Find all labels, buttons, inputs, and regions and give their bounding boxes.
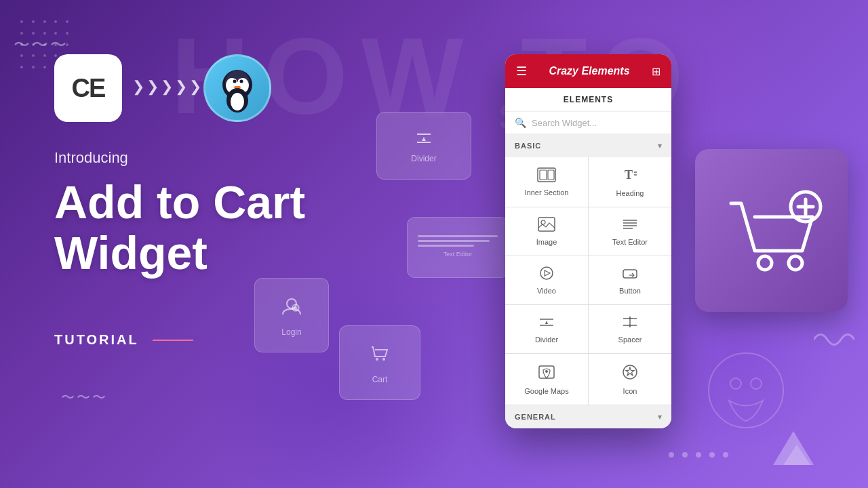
svg-point-58 — [723, 452, 728, 458]
svg-marker-12 — [422, 137, 426, 141]
basic-section-header[interactable]: BASIC ▾ — [505, 134, 671, 157]
widget-heading[interactable]: T Heading — [589, 157, 671, 207]
main-title: Add to Cart Widget — [54, 177, 305, 279]
icon-widget-icon — [621, 363, 639, 383]
video-icon — [538, 266, 555, 283]
svg-point-9 — [231, 93, 244, 110]
svg-marker-46 — [626, 367, 634, 375]
general-label: GENERAL — [515, 413, 556, 421]
bg-widget-login-label: Login — [281, 327, 301, 337]
arrow-chevron-5: ❯ — [189, 78, 201, 96]
bg-widget-divider: Divider — [376, 112, 471, 180]
svg-point-18 — [382, 358, 385, 361]
tutorial-section: TUTORIAL — [54, 332, 193, 348]
svg-text:T: T — [625, 168, 633, 182]
squiggle-right — [814, 329, 854, 352]
wave-decoration-bottom: 〜〜〜 — [61, 388, 108, 407]
widget-google-maps[interactable]: Google Maps — [505, 354, 588, 405]
tutorial-text: TUTORIAL — [54, 332, 139, 348]
svg-point-48 — [789, 256, 802, 270]
svg-point-6 — [233, 80, 237, 83]
svg-point-44 — [545, 370, 548, 373]
widget-spacer-label: Spacer — [618, 336, 642, 344]
divider-icon — [414, 129, 434, 148]
tutorial-line — [153, 340, 193, 341]
svg-point-60 — [730, 378, 741, 389]
widget-button[interactable]: Button — [589, 256, 671, 304]
widget-text-editor-label: Text Editor — [612, 238, 648, 246]
panel-header: ☰ Crazy Elements ⊞ — [505, 54, 671, 88]
widget-inner-section-label: Inner Section — [525, 188, 569, 197]
svg-point-57 — [709, 452, 715, 458]
svg-point-47 — [758, 256, 772, 270]
wave-decoration-top: 〜〜〜 — [14, 34, 68, 56]
general-chevron-icon: ▾ — [658, 412, 662, 422]
arrow-chevron-2: ❯ — [146, 78, 159, 96]
widget-google-maps-label: Google Maps — [524, 387, 568, 395]
bg-widget-cart-label: Cart — [372, 375, 388, 384]
google-maps-icon — [538, 363, 555, 383]
bg-widget-login: Login — [254, 278, 329, 352]
menu-icon[interactable]: ☰ — [516, 64, 527, 79]
elements-tab[interactable]: ELEMENTS — [505, 88, 671, 112]
basic-chevron-icon: ▾ — [658, 141, 662, 150]
ce-logo-area: CE — [54, 54, 122, 122]
arrow-chevron-3: ❯ — [161, 78, 173, 96]
widget-video[interactable]: Video — [505, 256, 588, 304]
svg-rect-33 — [623, 270, 637, 278]
ce-logo: CE — [54, 54, 122, 122]
spacer-icon — [621, 314, 639, 331]
svg-point-17 — [376, 358, 378, 361]
bg-widget-divider-label: Divider — [411, 154, 436, 163]
widget-divider[interactable]: Divider — [505, 305, 588, 353]
triangle-decoration — [773, 431, 814, 468]
title-line1: Add to Cart — [54, 176, 305, 228]
svg-rect-10 — [235, 86, 240, 88]
svg-rect-25 — [538, 218, 555, 231]
svg-point-61 — [751, 378, 762, 389]
text-editor-icon — [622, 217, 638, 234]
widget-icon-label: Icon — [623, 387, 637, 395]
login-icon — [279, 294, 304, 322]
svg-marker-32 — [545, 270, 550, 276]
widget-heading-label: Heading — [616, 189, 644, 197]
search-bar: 🔍 Search Widget... — [505, 112, 671, 134]
heading-icon: T — [622, 167, 638, 185]
basic-label: BASIC — [515, 142, 541, 150]
svg-marker-41 — [629, 317, 631, 319]
widget-image[interactable]: Image — [505, 207, 588, 256]
crazy-elements-panel: ☰ Crazy Elements ⊞ ELEMENTS 🔍 Search Wid… — [505, 54, 671, 428]
svg-point-55 — [682, 452, 688, 458]
widget-video-label: Video — [537, 287, 556, 295]
panel-title: Crazy Elements — [549, 65, 629, 77]
introducing-label: Introducing — [54, 149, 305, 167]
cart-card — [695, 149, 848, 312]
svg-point-54 — [669, 452, 674, 458]
widgets-grid: Inner Section T Heading Ima — [505, 157, 671, 405]
title-line2: Widget — [54, 227, 208, 279]
svg-marker-42 — [629, 325, 631, 327]
intro-section: Introducing Add to Cart Widget — [54, 149, 305, 279]
svg-point-56 — [696, 452, 701, 458]
widget-inner-section[interactable]: Inner Section — [505, 157, 588, 207]
search-placeholder[interactable]: Search Widget... — [532, 118, 597, 128]
svg-point-59 — [709, 353, 783, 428]
arrow-chevron-1: ❯ — [132, 78, 144, 96]
puffin-icon — [210, 61, 264, 115]
arrow-chevron-4: ❯ — [175, 78, 187, 96]
divider-widget-icon — [538, 314, 555, 331]
widget-spacer[interactable]: Spacer — [589, 305, 671, 353]
image-icon — [538, 217, 555, 234]
widget-icon[interactable]: Icon — [589, 354, 671, 405]
svg-point-26 — [541, 220, 545, 224]
widget-text-editor[interactable]: Text Editor — [589, 207, 671, 256]
svg-marker-36 — [545, 321, 548, 324]
svg-point-7 — [240, 80, 243, 83]
cart-icon-bg — [368, 342, 392, 369]
cart-icon-large — [717, 183, 826, 278]
dots-bottom-right — [665, 445, 732, 468]
grid-icon[interactable]: ⊞ — [652, 65, 660, 78]
widget-image-label: Image — [536, 238, 557, 246]
general-section-header[interactable]: GENERAL ▾ — [505, 405, 671, 428]
add-to-cart-icon — [717, 183, 826, 278]
